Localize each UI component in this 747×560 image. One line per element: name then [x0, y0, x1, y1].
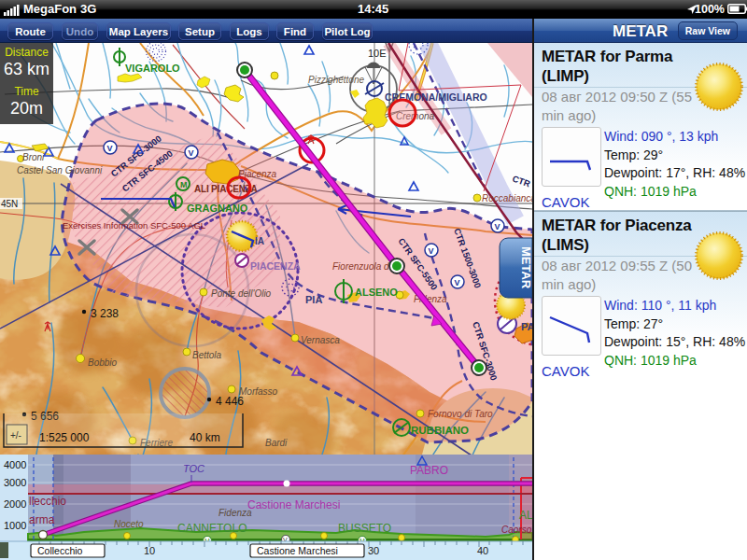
- svg-text:GRAGNANO: GRAGNANO: [187, 203, 248, 214]
- svg-text:IA: IA: [255, 236, 264, 246]
- svg-text:CANNETOLO: CANNETOLO: [177, 522, 247, 535]
- svg-text:V: V: [189, 148, 194, 158]
- svg-text:3000: 3000: [4, 477, 26, 488]
- svg-text:VIGAROLO: VIGAROLO: [125, 63, 180, 74]
- svg-text:+/-: +/-: [10, 430, 21, 441]
- svg-text:Exercises Information SFC-500: Exercises Information SFC-500 AGL: [63, 220, 205, 231]
- svg-text:Fornovo di Taro: Fornovo di Taro: [428, 409, 493, 419]
- svg-text:AL: AL: [519, 509, 532, 522]
- svg-text:arma: arma: [29, 513, 55, 526]
- svg-text:Collecchio: Collecchio: [37, 545, 83, 556]
- svg-text:1:525 000: 1:525 000: [39, 431, 90, 444]
- svg-text:4 446: 4 446: [216, 395, 244, 408]
- svg-text:TOC: TOC: [183, 463, 204, 474]
- svg-text:PA: PA: [521, 321, 532, 332]
- svg-text:Noceto: Noceto: [114, 519, 144, 529]
- svg-text:V: V: [429, 246, 434, 256]
- svg-text:Fiorenzuola d'A: Fiorenzuola d'A: [332, 261, 398, 272]
- svg-text:Roccabianca: Roccabianca: [482, 193, 532, 203]
- svg-text:Pizzighettone: Pizzighettone: [308, 75, 364, 85]
- svg-text:40 km: 40 km: [190, 431, 220, 444]
- svg-text:Caorso: Caorso: [501, 525, 532, 535]
- svg-text:V: V: [107, 144, 113, 153]
- svg-text:PABRO: PABRO: [410, 464, 448, 477]
- svg-text:M: M: [180, 180, 188, 189]
- svg-text:2000: 2000: [4, 498, 26, 510]
- svg-text:V: V: [455, 278, 460, 287]
- svg-text:30: 30: [368, 545, 379, 556]
- svg-text:1000: 1000: [4, 520, 26, 531]
- svg-text:PIA: PIA: [305, 294, 322, 305]
- svg-text:ALSENO: ALSENO: [355, 287, 398, 298]
- svg-text:RUBBIANO: RUBBIANO: [411, 425, 469, 436]
- svg-text:45N: 45N: [1, 199, 18, 209]
- svg-text:METAR: METAR: [519, 246, 532, 289]
- svg-text:10: 10: [144, 545, 155, 556]
- svg-text:40: 40: [477, 545, 488, 556]
- svg-text:Broni: Broni: [22, 152, 45, 162]
- svg-text:Castione Marchesi: Castione Marchesi: [257, 545, 338, 556]
- svg-text:Castione Marchesi: Castione Marchesi: [247, 498, 340, 511]
- svg-text:Bobbio: Bobbio: [88, 357, 118, 368]
- svg-text:Morfasso: Morfasso: [239, 386, 278, 397]
- svg-text:3 238: 3 238: [91, 307, 119, 320]
- svg-text:Vernasca: Vernasca: [301, 335, 340, 345]
- svg-text:PIACENZA: PIACENZA: [250, 260, 301, 272]
- svg-text:Bettola: Bettola: [192, 350, 222, 360]
- svg-text:4000: 4000: [4, 459, 26, 470]
- svg-text:10E: 10E: [368, 48, 387, 59]
- svg-text:BUSSETO: BUSSETO: [338, 522, 391, 535]
- svg-text:V: V: [495, 222, 500, 231]
- svg-text:Ponte dell'Olio: Ponte dell'Olio: [211, 288, 272, 299]
- svg-text:Bardi: Bardi: [265, 438, 288, 448]
- svg-text:Fidenza: Fidenza: [218, 508, 252, 518]
- svg-text:llecchio: llecchio: [29, 495, 66, 508]
- svg-text:Castel San Giovanni: Castel San Giovanni: [17, 165, 103, 175]
